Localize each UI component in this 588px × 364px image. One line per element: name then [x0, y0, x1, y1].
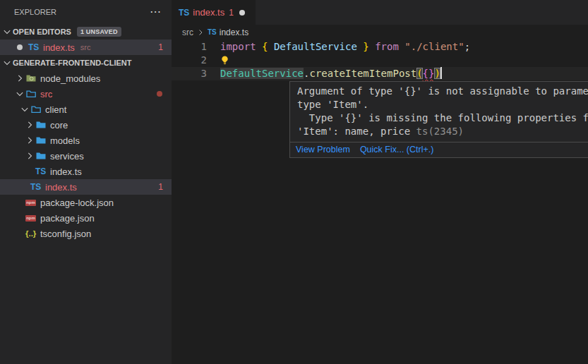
open-editors-label: OPEN EDITORS	[13, 28, 71, 36]
tree-item-label: models	[50, 135, 80, 146]
chevron-down-icon	[1, 26, 13, 37]
tree-item-label: package.json	[40, 213, 95, 224]
tree-item-index-ts-client[interactable]: TS index.ts	[0, 164, 172, 179]
tab-bar: TS index.ts 1	[172, 0, 588, 25]
tree-item-index-ts-src[interactable]: TS index.ts 1	[0, 179, 172, 195]
lightbulb-icon[interactable]	[220, 55, 230, 66]
tree-item-label: src	[40, 89, 52, 99]
error-hover-tooltip: Argument of type '{}' is not assignable …	[289, 81, 588, 158]
npm-file-icon: npm	[25, 215, 40, 222]
tree-item-label: node_modules	[40, 73, 100, 84]
folder-icon	[35, 135, 50, 146]
open-editor-path: src	[80, 43, 91, 51]
folder-icon	[35, 119, 50, 131]
tree-item-label: package-lock.json	[40, 198, 114, 208]
breadcrumb-file[interactable]: index.ts	[220, 28, 248, 37]
problem-count-badge: 1	[158, 182, 172, 192]
tab-error-count: 1	[229, 8, 234, 18]
text-cursor	[440, 67, 442, 79]
problem-dot-badge	[157, 91, 162, 97]
chevron-down-icon	[19, 104, 30, 115]
code-line-1: import { DefaultService } from "./client…	[220, 40, 470, 54]
tree-item-package-lock[interactable]: npm package-lock.json	[0, 195, 172, 210]
more-actions-icon[interactable]: ⋯	[150, 8, 162, 16]
tree-item-label: tsconfig.json	[40, 229, 91, 239]
sidebar-header: EXPLORER ⋯	[0, 0, 172, 24]
folder-open-icon	[30, 104, 45, 115]
tree-item-services[interactable]: services	[0, 148, 172, 164]
error-message-line: 'Item': name, price ts(2345)	[297, 125, 588, 138]
typescript-file-icon: TS	[179, 8, 189, 18]
tree-item-label: index.ts	[45, 182, 77, 193]
explorer-sidebar: EXPLORER ⋯ OPEN EDITORS 1 UNSAVED TS ind…	[0, 0, 172, 364]
problem-count-badge: 1	[158, 42, 172, 52]
npm-file-icon: npm	[25, 200, 40, 206]
modified-dot-icon	[17, 44, 23, 50]
chevron-down-icon	[14, 88, 25, 99]
chevron-down-icon	[1, 57, 13, 68]
typescript-file-icon: TS	[28, 42, 43, 52]
typescript-file-icon: TS	[35, 166, 46, 176]
unsaved-dot-icon	[239, 10, 245, 16]
tree-item-label: core	[50, 120, 68, 131]
tree-item-src[interactable]: src	[0, 86, 172, 102]
view-problem-link[interactable]: View Problem	[296, 145, 350, 154]
chevron-right-icon	[24, 150, 35, 162]
error-code: ts(2345)	[416, 126, 464, 137]
breadcrumb-folder[interactable]: src	[182, 28, 193, 37]
chevron-right-icon	[24, 135, 35, 146]
folder-icon	[35, 150, 50, 162]
breadcrumb: src TS index.ts	[172, 25, 588, 40]
tree-item-label: index.ts	[50, 166, 82, 177]
chevron-right-icon	[14, 73, 25, 84]
workspace-root-header[interactable]: GENERATE-FRONTEND-CLIENT	[0, 55, 172, 71]
chevron-right-icon	[24, 119, 35, 131]
tree-item-models[interactable]: models	[0, 133, 172, 148]
error-message-line: type 'Item'.	[297, 98, 588, 111]
open-editors-header[interactable]: OPEN EDITORS 1 UNSAVED	[0, 24, 172, 40]
typescript-file-icon: TS	[30, 182, 41, 192]
tree-item-client[interactable]: client	[0, 102, 172, 117]
folder-open-icon	[25, 88, 40, 99]
code-line-3: DefaultService.createItemItemPost({})	[220, 67, 442, 80]
tab-label: index.ts	[193, 7, 224, 18]
unsaved-badge: 1 UNSAVED	[77, 27, 121, 37]
tree-item-package-json[interactable]: npm package.json	[0, 210, 172, 226]
editor-area: TS index.ts 1 src TS index.ts 1 import {…	[172, 0, 588, 364]
line-number: 1	[172, 40, 207, 54]
error-message-line: Type '{}' is missing the following prope…	[297, 111, 588, 125]
line-number: 3	[172, 67, 207, 80]
tree-item-node-modules[interactable]: node_modules	[0, 71, 172, 86]
workspace-root-label: GENERATE-FRONTEND-CLIENT	[13, 59, 131, 67]
chevron-right-icon	[197, 29, 204, 36]
typescript-file-icon: TS	[208, 28, 217, 36]
tab-index-ts[interactable]: TS index.ts 1	[172, 0, 256, 25]
open-editor-item[interactable]: TS index.ts src 1	[0, 40, 172, 55]
tree-item-label: client	[45, 104, 66, 115]
tree-item-tsconfig[interactable]: {..} tsconfig.json	[0, 226, 172, 241]
error-message-line: Argument of type '{}' is not assignable …	[297, 85, 588, 98]
json-file-icon: {..}	[25, 229, 40, 238]
quick-fix-link[interactable]: Quick Fix... (Ctrl+.)	[360, 145, 434, 154]
tree-item-label: services	[50, 151, 84, 162]
open-editor-filename: index.ts	[43, 42, 75, 53]
tree-item-core[interactable]: core	[0, 117, 172, 133]
node-modules-folder-icon	[25, 73, 40, 84]
line-number: 2	[172, 54, 207, 67]
sidebar-title: EXPLORER	[14, 8, 56, 16]
